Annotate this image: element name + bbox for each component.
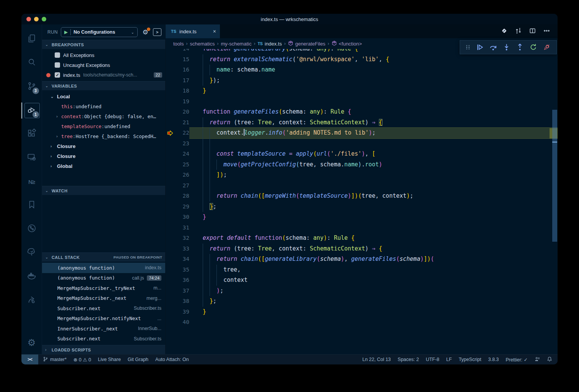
call-stack-frame[interactable]: InnerSubscriber._nextInnerSub...	[42, 324, 165, 334]
code-line[interactable]: 30}	[166, 212, 558, 223]
status-problems[interactable]: ⊗ 0 ⚠ 0	[73, 357, 91, 363]
call-stack-frame[interactable]: (anonymous function)call.js74:24	[42, 273, 165, 283]
breadcrumb-item[interactable]: my-schematic	[221, 41, 252, 47]
code-line[interactable]: 23	[166, 138, 558, 149]
code-line[interactable]: 18}	[166, 86, 558, 96]
code-line[interactable]: 28return chain([mergeWith(templateSource…	[166, 191, 558, 202]
breakpoint-checkbox[interactable]: ✓	[55, 72, 60, 78]
variable-item[interactable]: this: undefined	[42, 101, 165, 111]
call-stack-frame[interactable]: (anonymous function)index.ts	[42, 263, 165, 273]
activity-remote-explorer[interactable]	[21, 146, 42, 170]
code-line[interactable]: 17});	[166, 75, 558, 86]
code-line[interactable]: 39}	[166, 307, 558, 317]
maximize-window-button[interactable]	[42, 17, 46, 21]
step-into-button[interactable]	[503, 44, 510, 51]
variable-item[interactable]: ›tree: HostTree {_backend: ScopedH…	[42, 131, 165, 141]
breakpoint-checkbox[interactable]	[55, 52, 60, 58]
code-line[interactable]: 27	[166, 181, 558, 191]
restart-button[interactable]	[530, 44, 537, 51]
status-auto-attach[interactable]: Auto Attach: On	[155, 357, 189, 362]
breakpoint-checkbox[interactable]	[55, 62, 60, 68]
status-cursor-position[interactable]: Ln 22, Col 13	[362, 357, 390, 362]
code-line[interactable]: 16name: schema.name	[166, 65, 558, 75]
activity-nx-console[interactable]: N≥	[21, 170, 42, 194]
status-live-share[interactable]: Live Share	[98, 357, 121, 362]
configure-launch-button[interactable]: ⚙	[141, 28, 150, 36]
variable-scope-closure[interactable]: ›Closure	[42, 141, 165, 151]
watch-section-header[interactable]: ⌄ WATCH	[42, 186, 165, 195]
variable-item[interactable]: templateSource: undefined	[42, 121, 165, 131]
call-stack-frame[interactable]: MergeMapSubscriber._nextmerg...	[42, 293, 165, 304]
code-line[interactable]: 19	[166, 96, 558, 107]
activity-live-share[interactable]	[21, 288, 42, 312]
code-line[interactable]: 20function generateFiles(schema: any): R…	[166, 107, 558, 117]
code-line[interactable]: 22context.logger.info('adding NOTES.md t…	[166, 128, 558, 138]
breadcrumb-item[interactable]: schematics	[190, 41, 215, 47]
split-editor-icon[interactable]	[529, 28, 536, 36]
code-line[interactable]: 34return chain([generateLibrary(schema),…	[166, 254, 558, 265]
disconnect-button[interactable]	[543, 44, 550, 51]
activity-docker[interactable]	[21, 265, 42, 288]
code-line[interactable]: 26]);	[166, 170, 558, 181]
activity-run-debug[interactable]: 1	[21, 99, 42, 122]
code-line[interactable]: 40	[166, 317, 558, 328]
code-line[interactable]: 25move(getProjectConfig(tree, schema.nam…	[166, 159, 558, 170]
status-language-mode[interactable]: TypeScript	[459, 357, 481, 362]
tab-index-ts[interactable]: TS index.ts ×	[166, 24, 220, 38]
activity-explorer[interactable]	[21, 28, 42, 51]
status-prettier[interactable]: Prettier: ✓	[506, 357, 528, 363]
variable-scope-closure[interactable]: ›Closure	[42, 151, 165, 161]
debug-console-button[interactable]: >	[153, 28, 161, 36]
breakpoint-item[interactable]: ✓index.tstools/schematics/my-sch...22	[42, 70, 165, 80]
format-icon[interactable]	[501, 28, 507, 36]
breadcrumb-item[interactable]: TSindex.ts	[258, 41, 282, 47]
code-line[interactable]: 35tree,	[166, 265, 558, 275]
variable-scope-local[interactable]: ⌄Local	[42, 91, 165, 101]
call-stack-frame[interactable]: MergeMapSubscriber._tryNextm...	[42, 283, 165, 293]
code-line[interactable]: 37);	[166, 286, 558, 296]
call-stack-frame[interactable]: Subscriber.nextSubscriber.ts	[42, 334, 165, 344]
status-ts-version[interactable]: 3.8.3	[488, 357, 499, 362]
status-indentation[interactable]: Spaces: 2	[398, 357, 419, 362]
launch-configuration-dropdown[interactable]: ▶ No Configurations ⌄	[61, 27, 138, 37]
status-feedback[interactable]	[535, 356, 540, 363]
status-eol[interactable]: LF	[446, 357, 452, 362]
code-line[interactable]: 38};	[166, 296, 558, 307]
loaded-scripts-section-header[interactable]: › LOADED SCRIPTS	[42, 345, 165, 354]
activity-source-control[interactable]: 3	[21, 75, 42, 99]
code-line[interactable]: 29};	[166, 202, 558, 212]
breakpoints-section-header[interactable]: ⌄ BREAKPOINTS	[42, 40, 165, 49]
close-window-button[interactable]	[26, 17, 31, 21]
code-line[interactable]: 21return (tree: Tree, context: Schematic…	[166, 117, 558, 128]
variable-scope-global[interactable]: ›Global	[42, 161, 165, 171]
scrollbar-thumb[interactable]	[552, 110, 557, 242]
step-out-button[interactable]	[516, 44, 524, 51]
start-debug-icon[interactable]: ▶	[64, 29, 68, 35]
remote-indicator[interactable]: ><	[21, 355, 38, 364]
activity-bookmarks[interactable]	[21, 194, 42, 217]
breadcrumb-item[interactable]: generateFiles	[288, 41, 325, 47]
status-encoding[interactable]: UTF-8	[426, 357, 439, 362]
code-editor[interactable]: 14function generateLibrary(schema: any):…	[166, 49, 558, 354]
status-notifications[interactable]	[547, 356, 552, 363]
variables-section-header[interactable]: ⌄ VARIABLES	[42, 81, 165, 90]
call-stack-frame[interactable]: Subscriber.nextSubscriber.ts	[42, 303, 165, 314]
step-over-button[interactable]	[490, 44, 497, 51]
call-stack-section-header[interactable]: ⌄ CALL STACK PAUSED ON BREAKPOINT	[42, 252, 165, 262]
more-actions-icon[interactable]	[543, 28, 550, 36]
activity-git-graph[interactable]	[21, 217, 42, 241]
call-stack-frame[interactable]: MergeMapSubscriber.notifyNext...	[42, 314, 165, 324]
status-git-branch[interactable]: master*	[43, 356, 67, 363]
breadcrumb-item[interactable]: <function>	[332, 41, 362, 47]
activity-search[interactable]	[21, 51, 42, 75]
code-line[interactable]: 33return (tree: Tree, context: Schematic…	[166, 244, 558, 254]
breadcrumb-item[interactable]: tools	[173, 41, 184, 47]
title-bar[interactable]: index.ts — wrkschematics	[21, 14, 558, 24]
continue-button[interactable]	[476, 44, 483, 51]
breakpoint-item[interactable]: All Exceptions	[42, 50, 165, 60]
activity-test-explorer[interactable]	[21, 241, 42, 265]
code-line[interactable]: 31	[166, 223, 558, 233]
variable-item[interactable]: ›context: Object {debug: false, en…	[42, 111, 165, 121]
minimize-window-button[interactable]	[34, 17, 39, 21]
code-line[interactable]: 15return externalSchematic('@nrwl/worksp…	[166, 54, 558, 65]
